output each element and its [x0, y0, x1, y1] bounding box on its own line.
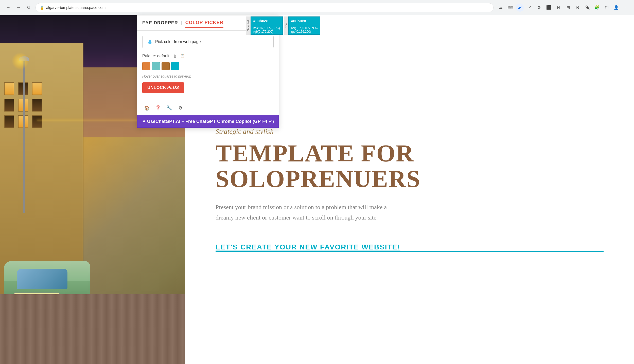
back-button[interactable]: ← — [4, 4, 12, 12]
unlock-plus-button[interactable]: Unlock PLUS — [142, 82, 184, 93]
browser-chrome: ← → ↻ 🔒 algarve-template.squarespace.com… — [0, 0, 634, 15]
extension-icon-10[interactable]: 🧩 — [593, 4, 601, 12]
help-icon-button[interactable]: ❓ — [153, 103, 163, 113]
tab-eye-dropper[interactable]: EYE DROPPER — [142, 18, 178, 28]
extension-icon-1[interactable]: ⌨ — [506, 4, 514, 12]
palette-label: Palette: default — [142, 54, 169, 58]
tagline: Strategic and stylish — [216, 128, 604, 136]
selected-hex: #00b0c8 — [253, 19, 280, 23]
settings-alt-icon-button[interactable]: 🔧 — [165, 103, 174, 113]
cta-link[interactable]: LET'S CREATE YOUR NEW FAVORITE WEBSITE! — [216, 243, 604, 252]
panel-body: 💧 Pick color from web page Palette: defa… — [137, 31, 279, 101]
nav-buttons: ← → ↻ — [4, 4, 32, 12]
hero-title: TEMPLATE FOR SOLOPRENUERS — [216, 141, 604, 192]
pick-color-label: Pick color from web page — [155, 40, 201, 44]
lock-icon: 🔒 — [40, 6, 44, 10]
swatch-teal[interactable] — [152, 62, 160, 70]
copy-palette-button[interactable]: 📋 — [180, 53, 186, 59]
home-icon-button[interactable]: 🏠 — [142, 103, 151, 113]
palette-icons: 🗑 📋 — [172, 53, 186, 59]
url-text: algarve-template.squarespace.com — [46, 5, 105, 10]
tab-color-picker[interactable]: COLOR PICKER — [185, 18, 223, 28]
page-content: 79·ND·69 Strategic and stylish TEMPLATE … — [0, 15, 634, 364]
window — [4, 82, 14, 95]
color-preview-cards: Selected #00b0c8 hsl(187,100%,39%) rgb(0… — [246, 16, 279, 35]
browser-toolbar: ☁ ⌨ 🖊 ✓ ⚙ ⬛ N ⊞ R 🔌 🧩 ⬚ 👤 ⋮ — [497, 4, 630, 12]
extension-icon-8[interactable]: R — [574, 4, 582, 12]
extension-icon-7[interactable]: ⊞ — [564, 4, 572, 12]
cobblestone-road — [0, 294, 185, 364]
tab-divider: | — [181, 20, 182, 26]
swatch-brown[interactable] — [162, 62, 170, 70]
bottom-icons: 🏠 ❓ 🔧 ⚙ — [142, 103, 185, 113]
hero-title-line2: SOLOPRENUERS — [216, 165, 420, 192]
extension-icon-11[interactable]: ⬚ — [603, 4, 611, 12]
bottom-bar: 🏠 ❓ 🔧 ⚙ — [137, 101, 279, 115]
selected-hsl: hsl(187,100%,39%) — [253, 26, 280, 30]
extension-icon-4[interactable]: ⚙ — [535, 4, 543, 12]
settings-icon-button[interactable]: ⚙ — [176, 103, 185, 113]
car-window — [17, 269, 67, 289]
unlock-label: Unlock — [147, 85, 166, 90]
eyedropper-icon: 💧 — [147, 39, 153, 45]
street-lamp — [23, 56, 25, 213]
extension-icon-5[interactable]: ⬛ — [545, 4, 553, 12]
palette-header: Palette: default 🗑 📋 — [142, 53, 274, 59]
selected-color-card: #00b0c8 hsl(187,100%,39%) rgb(0,176,200) — [251, 16, 283, 35]
bookmark-icon[interactable]: ☁ — [497, 4, 505, 12]
lamp-head — [19, 56, 29, 61]
window — [4, 115, 14, 128]
extension-icon-12[interactable]: 👤 — [612, 4, 620, 12]
extension-icon-3[interactable]: ✓ — [525, 4, 534, 12]
unlock-plus-label: PLUS — [167, 85, 179, 90]
window — [32, 99, 42, 112]
selected-label: Selected — [246, 16, 251, 35]
more-options-icon[interactable]: ⋮ — [622, 4, 630, 12]
eyedropper-toolbar-icon[interactable]: 🖊 — [516, 4, 524, 12]
lamp-glow — [12, 52, 29, 70]
window — [4, 99, 14, 112]
new-label: New — [284, 16, 288, 35]
hover-hint: Hover over squares to preview. — [142, 74, 274, 78]
new-color-card: #00b0c8 hsl(187,100%,39%) rgb(0,176,200) — [288, 16, 321, 35]
selected-rgb: rgb(0,176,200) — [253, 30, 280, 33]
swatch-cyan[interactable] — [171, 62, 179, 70]
refresh-button[interactable]: ↻ — [24, 4, 32, 12]
chatgpt-banner[interactable]: ✦ UseChatGPT.AI – Free ChatGPT Chrome Co… — [137, 115, 279, 128]
extension-icon-9[interactable]: 🔌 — [583, 4, 591, 12]
new-hsl: hsl(187,100%,39%) — [291, 26, 318, 30]
hero-title-line1: TEMPLATE FOR — [216, 140, 414, 167]
window — [32, 115, 42, 128]
new-rgb: rgb(0,176,200) — [291, 30, 318, 33]
pick-color-button[interactable]: 💧 Pick color from web page — [142, 36, 274, 48]
hero-description: Present your brand mission or a solution… — [216, 202, 393, 223]
extension-icon-6[interactable]: N — [554, 4, 562, 12]
color-swatches — [142, 62, 274, 70]
delete-palette-button[interactable]: 🗑 — [172, 53, 178, 59]
address-bar[interactable]: 🔒 algarve-template.squarespace.com — [36, 3, 494, 12]
forward-button[interactable]: → — [14, 4, 22, 12]
new-hex: #00b0c8 — [291, 19, 318, 23]
window — [32, 82, 42, 95]
swatch-orange[interactable] — [142, 62, 150, 70]
